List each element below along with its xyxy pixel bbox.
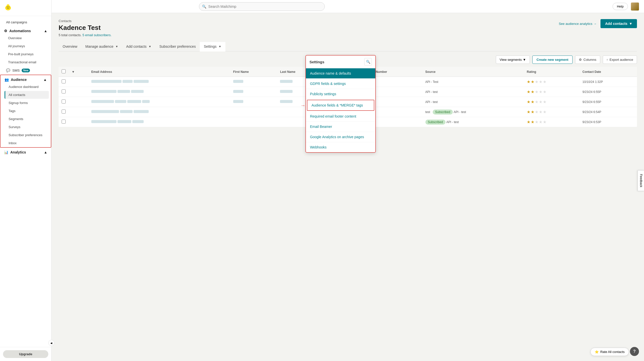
star-5: ★ bbox=[543, 89, 546, 94]
analytics-icon: 📊 bbox=[4, 150, 8, 154]
sidebar-item-all-journeys[interactable]: All journeys bbox=[4, 42, 49, 50]
settings-menu-publicity[interactable]: Publicity settings bbox=[306, 89, 375, 99]
star-5: ★ bbox=[543, 99, 546, 104]
email-subscribers-link[interactable]: 5 email subscribers. bbox=[83, 33, 112, 37]
star-4: ★ bbox=[539, 120, 542, 124]
row-checkbox-cell[interactable] bbox=[59, 77, 69, 87]
select-all-checkbox[interactable] bbox=[62, 69, 66, 73]
sidebar-item-tags[interactable]: Tags bbox=[5, 107, 49, 115]
row-expand bbox=[69, 97, 88, 107]
row-contact-date: 9/23/24 6:53P bbox=[579, 117, 637, 127]
sms-icon: 💬 bbox=[6, 68, 10, 72]
help-circle-button[interactable]: ? bbox=[630, 347, 639, 356]
settings-menu-gdpr[interactable]: GDPR fields & settings bbox=[306, 79, 375, 89]
sidebar: All campaigns ⚙ Automations ▲ Overview A… bbox=[0, 0, 52, 361]
rate-all-contacts-button[interactable]: ⭐ Rate All contacts bbox=[590, 348, 629, 356]
star-5: ★ bbox=[543, 110, 546, 114]
export-audience-button[interactable]: ↑ Export audience bbox=[603, 56, 637, 64]
settings-tab[interactable]: Settings ▼ bbox=[200, 42, 225, 51]
select-all-header[interactable] bbox=[59, 67, 69, 77]
tab-add-contacts[interactable]: Add contacts ▼ bbox=[122, 42, 155, 51]
add-contacts-label: Add contacts bbox=[605, 22, 627, 26]
sidebar-nav: All campaigns ⚙ Automations ▲ Overview A… bbox=[0, 16, 51, 347]
audience-sub-menu: Audience dashboard All contacts Signup f… bbox=[1, 83, 51, 147]
sidebar-item-label: All campaigns bbox=[6, 20, 27, 24]
sidebar-item-overview[interactable]: Overview bbox=[4, 34, 49, 42]
tab-overview[interactable]: Overview bbox=[59, 42, 81, 51]
create-new-segment-button[interactable]: Create new segment bbox=[532, 56, 573, 64]
star-4: ★ bbox=[539, 99, 542, 104]
sidebar-item-inbox[interactable]: Inbox bbox=[5, 139, 49, 147]
row-checkbox[interactable] bbox=[62, 120, 66, 124]
row-checkbox-cell[interactable] bbox=[59, 107, 69, 117]
row-checkbox[interactable] bbox=[62, 99, 66, 104]
star-2: ★ bbox=[531, 110, 534, 114]
topbar: 🔍 Help bbox=[52, 0, 644, 13]
settings-menu-webhooks[interactable]: Webhooks bbox=[306, 142, 375, 152]
sidebar-section-audience[interactable]: 👥 Audience ▲ bbox=[1, 75, 51, 83]
sidebar-item-sms[interactable]: 💬 SMS New bbox=[2, 66, 49, 74]
sidebar-item-transactional-email[interactable]: Transactional email bbox=[4, 58, 49, 66]
sidebar-item-signup-forms[interactable]: Signup forms bbox=[5, 99, 49, 107]
see-audience-analytics-link[interactable]: See audience analytics → bbox=[559, 22, 596, 26]
row-expand bbox=[69, 107, 88, 117]
sidebar-item-audience-dashboard[interactable]: Audience dashboard bbox=[5, 83, 49, 91]
search-input[interactable] bbox=[199, 2, 325, 11]
feedback-tab[interactable]: Feedback bbox=[638, 170, 644, 191]
tab-manage-audience[interactable]: Manage audience ▼ bbox=[81, 42, 122, 51]
sidebar-section-analytics[interactable]: 📊 Analytics ▲ bbox=[0, 148, 51, 155]
col-source[interactable]: Source bbox=[422, 67, 524, 77]
export-icon: ↑ bbox=[607, 58, 608, 62]
settings-menu-audience-name[interactable]: Audience name & defaults bbox=[306, 68, 375, 79]
row-contact-date: 9/23/24 6:55P bbox=[579, 87, 637, 97]
col-email[interactable]: Email Address bbox=[88, 67, 230, 77]
columns-button[interactable]: ⚙ Columns bbox=[575, 56, 600, 64]
tab-subscriber-preferences[interactable]: Subscriber preferences bbox=[155, 42, 200, 51]
sidebar-item-pre-built-journeys[interactable]: Pre-built journeys bbox=[4, 50, 49, 58]
star-4: ★ bbox=[539, 89, 542, 94]
add-contacts-button[interactable]: Add contacts ▼ bbox=[600, 19, 637, 28]
row-checkbox[interactable] bbox=[62, 79, 66, 83]
sort-icon: ▼ bbox=[72, 70, 75, 74]
page-meta: 5 total contacts. 5 email subscribers. bbox=[59, 33, 111, 37]
upgrade-button[interactable]: Upgrade bbox=[3, 350, 48, 358]
col-firstname[interactable]: First Name bbox=[230, 67, 277, 77]
view-segments-button[interactable]: View segments ▼ bbox=[496, 56, 530, 64]
svg-point-2 bbox=[7, 7, 8, 7]
sidebar-item-surveys[interactable]: Surveys bbox=[5, 123, 49, 131]
star-1: ★ bbox=[527, 120, 530, 124]
col-rating[interactable]: Rating bbox=[524, 67, 579, 77]
logo[interactable] bbox=[0, 0, 51, 16]
row-checkbox-cell[interactable] bbox=[59, 97, 69, 107]
chevron-up-icon-analytics: ▲ bbox=[44, 150, 47, 154]
chevron-down-icon-segments: ▼ bbox=[523, 58, 526, 62]
settings-menu-email-beamer[interactable]: Email Beamer bbox=[306, 122, 375, 132]
settings-menu-audience-fields[interactable]: → Audience fields & *MERGE* tags bbox=[307, 100, 374, 111]
help-button[interactable]: Help bbox=[613, 3, 628, 10]
sidebar-item-all-contacts[interactable]: All contacts bbox=[5, 91, 49, 99]
row-checkbox[interactable] bbox=[62, 89, 66, 93]
row-checkbox-cell[interactable] bbox=[59, 87, 69, 97]
sidebar-item-subscriber-preferences[interactable]: Subscriber preferences bbox=[5, 131, 49, 139]
col-sort[interactable]: ▼ bbox=[69, 67, 88, 77]
avatar[interactable] bbox=[631, 3, 639, 11]
settings-menu-required-footer[interactable]: Required email footer content bbox=[306, 111, 375, 122]
audience-section-highlight: 👥 Audience ▲ Audience dashboard All cont… bbox=[0, 75, 51, 148]
star-3: ★ bbox=[535, 79, 538, 84]
red-arrow-icon: → bbox=[300, 102, 305, 108]
col-contact-date[interactable]: Contact Date bbox=[579, 67, 637, 77]
row-source: Subscribed API - test bbox=[422, 117, 524, 127]
row-source: test Subscribed API - test bbox=[422, 107, 524, 117]
row-rating: ★★★★★ bbox=[524, 107, 579, 117]
row-checkbox-cell[interactable] bbox=[59, 117, 69, 127]
search-bar-wrapper: 🔍 bbox=[199, 2, 325, 11]
settings-menu-google-analytics[interactable]: Google Analytics on archive pages bbox=[306, 132, 375, 142]
row-contact-date: 10/10/24 1:32P bbox=[579, 77, 637, 87]
star-1: ★ bbox=[527, 99, 530, 104]
row-checkbox[interactable] bbox=[62, 110, 66, 114]
sidebar-section-automations[interactable]: ⚙ Automations ▲ bbox=[0, 26, 51, 34]
sidebar-item-all-campaigns[interactable]: All campaigns bbox=[2, 18, 49, 26]
sidebar-item-segments[interactable]: Segments bbox=[5, 115, 49, 123]
settings-search-button[interactable]: 🔍 bbox=[364, 58, 372, 66]
star-5: ★ bbox=[543, 79, 546, 84]
